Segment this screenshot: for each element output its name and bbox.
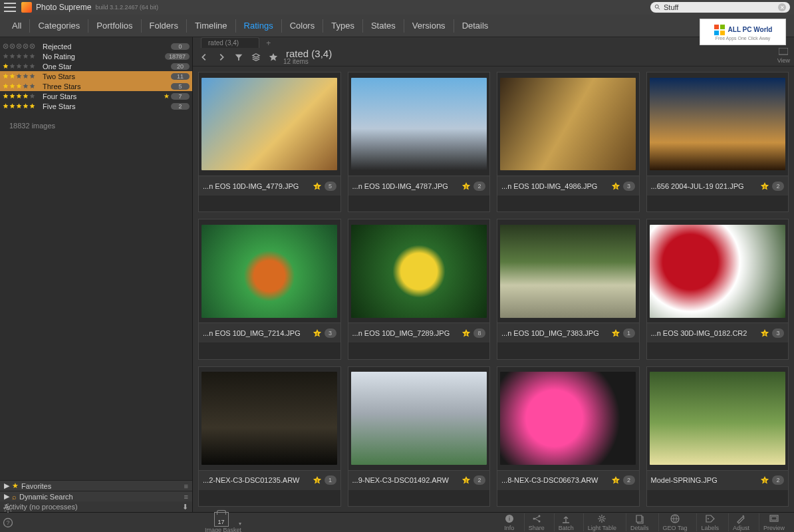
thumbnail-image[interactable] (647, 219, 789, 323)
view-button[interactable]: View (777, 48, 790, 64)
tool-share[interactable]: Share (524, 513, 549, 531)
nav-all[interactable]: All (4, 19, 30, 33)
thumbnail-image[interactable] (348, 219, 490, 323)
thumbnail[interactable]: ...n EOS 10D_IMG_7383.JPG 4 1 (497, 219, 640, 359)
svg-text:4: 4 (614, 478, 617, 483)
back-icon[interactable] (199, 53, 209, 62)
thumbnail-filename: ...n EOS 10D_IMG_7383.JPG (501, 329, 608, 337)
breadcrumb-count: 12 items (283, 59, 332, 65)
stack-icon[interactable] (251, 53, 261, 62)
rating-row-five-stars[interactable]: Five Stars 2 (0, 101, 192, 111)
nav-versions[interactable]: Versions (404, 19, 454, 33)
thumbnail-image[interactable] (348, 367, 490, 470)
rating-star-badge: 3 (313, 475, 322, 485)
rating-label: Two Stars (43, 72, 171, 80)
thumbnail[interactable]: ...n EOS 10D-IMG_4986.JPG 3 3 (497, 72, 640, 212)
rating-count: 20 (171, 63, 190, 70)
dynamic-search-section[interactable]: ▶⌕ Dynamic Search ≡ (0, 491, 192, 501)
version-badge: 2 (623, 475, 635, 485)
thumbnail[interactable]: ...n EOS 10D_IMG_7289.JPG 4 8 (348, 219, 491, 359)
thumbnail-filename: ...n EOS 10D-IMG_4779.JPG (203, 182, 310, 190)
light-table-icon (596, 513, 607, 524)
tool-geo-tag[interactable]: GEO Tag (658, 513, 692, 531)
subtab[interactable]: rated (3,4) (201, 37, 259, 48)
thumbnail[interactable]: ...n EOS 10D-IMG_4787.JPG 3 2 (348, 72, 491, 212)
nav-timeline[interactable]: Timeline (187, 19, 236, 33)
thumbnail-image[interactable] (199, 367, 340, 470)
thumbnail[interactable]: ...n EOS 10D_IMG_7214.JPG 4 3 (198, 219, 341, 359)
tool-details[interactable]: Details (626, 513, 653, 531)
rating-row-three-stars[interactable]: Three Stars 5 (0, 81, 192, 91)
rating-row-one-star[interactable]: One Star 20 (0, 61, 192, 71)
nav-types[interactable]: Types (323, 19, 363, 33)
gear-icon[interactable] (3, 503, 13, 513)
thumbnail-filename: ...n EOS 10D_IMG_7214.JPG (203, 329, 310, 337)
thumbnail-image[interactable] (497, 72, 639, 176)
thumbnail-image[interactable] (647, 367, 789, 470)
forward-icon[interactable] (217, 53, 226, 62)
thumbnail-image[interactable] (348, 72, 490, 176)
star-icon[interactable] (269, 53, 278, 62)
rating-row-rejected[interactable]: Rejected 0 (0, 41, 192, 51)
thumbnail[interactable]: ...n EOS 10D-IMG_4779.JPG 4 5 (198, 72, 341, 212)
thumbnail[interactable]: Model-SPRING.JPG 3 2 (646, 366, 789, 507)
thumbnail-image[interactable] (647, 72, 789, 176)
favorites-section[interactable]: ▶★ Favorites ≡ (0, 480, 192, 491)
thumbnail[interactable]: ...9-NEX-C3-DSC01492.ARW 3 2 (348, 366, 491, 507)
rating-label: Three Stars (43, 82, 171, 90)
bottom-bar: ? 17 ▾ Image Basket iInfoShareBatchLight… (0, 512, 794, 532)
svg-text:4: 4 (316, 184, 319, 188)
rating-row-four-stars[interactable]: Four Stars ★ 7 (0, 91, 192, 101)
thumbnail-image[interactable] (199, 72, 340, 176)
thumbnail[interactable]: ...8-NEX-C3-DSC06673.ARW 4 2 (497, 366, 640, 507)
thumbnail-footer: ...n EOS 30D-IMG_0182.CR2 4 3 (647, 323, 789, 342)
svg-text:4: 4 (763, 331, 766, 335)
nav-folders[interactable]: Folders (142, 19, 187, 33)
rating-row-two-stars[interactable]: Two Stars 11 (0, 71, 192, 81)
tool-batch[interactable]: Batch (554, 513, 578, 531)
thumbnail-image[interactable] (497, 219, 639, 323)
watermark: ALL PC World Free Apps One Click Away (700, 19, 786, 45)
nav-colors[interactable]: Colors (282, 19, 324, 33)
rating-row-no-rating[interactable]: No Rating 18787 (0, 51, 192, 61)
tool-preview[interactable]: Preview (759, 513, 789, 531)
svg-point-34 (708, 518, 709, 519)
watermark-tag: Free Apps One Click Away (716, 36, 771, 41)
svg-rect-4 (714, 31, 719, 35)
help-icon[interactable]: ? (3, 517, 13, 528)
nav-details[interactable]: Details (454, 19, 497, 33)
rating-star-badge: 3 (462, 182, 471, 191)
thumbnail[interactable]: ...656 2004-JUL-19 021.JPG 4 2 (646, 72, 789, 212)
rating-star-badge: 4 (462, 329, 471, 338)
rating-count: 7 (171, 93, 190, 100)
favorite-marker: ★ (164, 92, 170, 100)
tool-info[interactable]: iInfo (500, 513, 519, 531)
nav-states[interactable]: States (363, 19, 404, 33)
tool-light-table[interactable]: Light Table (583, 513, 620, 531)
svg-text:3: 3 (316, 478, 319, 483)
thumbnail-image[interactable] (199, 219, 340, 323)
subtab-add-button[interactable]: + (261, 39, 276, 48)
tool-adjust[interactable]: Adjust (728, 513, 753, 531)
version-badge: 3 (623, 182, 635, 191)
thumbnail[interactable]: ...2-NEX-C3-DSC01235.ARW 3 1 (198, 366, 341, 507)
search-input[interactable] (661, 3, 778, 11)
nav-portfolios[interactable]: Portfolios (88, 19, 141, 33)
rating-star-badge: 4 (313, 329, 322, 338)
thumbnail-footer: ...n EOS 10D_IMG_7383.JPG 4 1 (497, 323, 639, 342)
thumbnail-filename: ...2-NEX-C3-DSC01235.ARW (203, 476, 310, 484)
thumbnail-image[interactable] (497, 367, 639, 470)
tool-labels[interactable]: Labels (696, 513, 723, 531)
filter-icon[interactable] (234, 53, 243, 62)
rating-star-badge: 4 (760, 329, 769, 338)
image-basket[interactable]: 17 ▾ Image Basket (205, 512, 241, 533)
thumbnail[interactable]: ...n EOS 30D-IMG_0182.CR2 4 3 (646, 219, 789, 359)
search-clear-button[interactable]: ✕ (778, 3, 786, 11)
nav-ratings[interactable]: Ratings (236, 19, 282, 33)
version-badge: 2 (772, 182, 784, 191)
menu-button[interactable] (4, 3, 16, 12)
nav-categories[interactable]: Categories (30, 19, 88, 33)
rating-label: Four Stars (43, 92, 164, 100)
search-box[interactable]: ✕ (650, 2, 790, 13)
thumbnail-footer: ...n EOS 10D_IMG_7214.JPG 4 3 (199, 323, 340, 342)
